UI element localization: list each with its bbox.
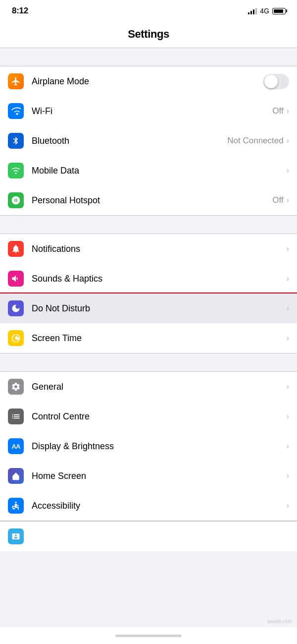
- row-do-not-disturb[interactable]: Do Not Disturb ›: [0, 293, 297, 323]
- partial-icon: [8, 528, 24, 544]
- status-bar: 8:12 4G: [0, 0, 297, 22]
- battery-icon: [272, 8, 287, 14]
- row-accessibility[interactable]: Accessibility ›: [0, 491, 297, 521]
- home-screen-icon: [8, 468, 24, 484]
- airplane-mode-toggle[interactable]: [263, 74, 289, 89]
- notifications-label: Notifications: [32, 244, 287, 254]
- section-partial: [0, 521, 297, 551]
- do-not-disturb-icon: [8, 300, 24, 316]
- row-general[interactable]: General ›: [0, 372, 297, 402]
- sounds-haptics-chevron: ›: [287, 274, 289, 283]
- control-centre-label: Control Centre: [32, 411, 287, 422]
- airplane-mode-icon: [8, 73, 24, 89]
- sounds-haptics-icon: [8, 271, 24, 287]
- notifications-chevron: ›: [287, 244, 289, 253]
- row-home-screen[interactable]: Home Screen ›: [0, 461, 297, 491]
- personal-hotspot-chevron: ›: [287, 196, 289, 205]
- wifi-value: Off: [272, 106, 283, 116]
- row-mobile-data[interactable]: Mobile Data ›: [0, 156, 297, 185]
- section-connectivity: Airplane Mode Wi-Fi Off › Bluetooth Not …: [0, 66, 297, 216]
- row-airplane-mode[interactable]: Airplane Mode: [0, 66, 297, 96]
- mobile-data-label: Mobile Data: [32, 166, 287, 176]
- status-icons: 4G: [248, 7, 287, 15]
- general-label: General: [32, 382, 287, 392]
- section-gap-1: [0, 48, 297, 66]
- wifi-label: Wi-Fi: [32, 106, 272, 117]
- accessibility-label: Accessibility: [32, 501, 287, 511]
- personal-hotspot-value: Off: [272, 195, 283, 205]
- home-indicator: [115, 635, 182, 637]
- mobile-data-chevron: ›: [287, 166, 289, 175]
- status-time: 8:12: [12, 6, 28, 16]
- bluetooth-label: Bluetooth: [32, 136, 227, 146]
- display-brightness-icon: AA: [8, 438, 24, 454]
- screen-time-icon: [8, 330, 24, 346]
- personal-hotspot-label: Personal Hotspot: [32, 195, 272, 206]
- home-screen-label: Home Screen: [32, 471, 287, 481]
- wifi-chevron: ›: [287, 107, 289, 116]
- page-title: Settings: [128, 28, 169, 40]
- row-notifications[interactable]: Notifications ›: [0, 234, 297, 264]
- general-chevron: ›: [287, 382, 289, 391]
- general-icon: [8, 379, 24, 395]
- screen-time-label: Screen Time: [32, 333, 287, 344]
- signal-bars-icon: [248, 7, 257, 14]
- wifi-icon: [8, 103, 24, 119]
- network-type: 4G: [260, 7, 269, 15]
- bluetooth-icon: [8, 133, 24, 149]
- display-brightness-label: Display & Brightness: [32, 441, 287, 452]
- personal-hotspot-icon: [8, 192, 24, 208]
- row-display-brightness[interactable]: AA Display & Brightness ›: [0, 431, 297, 461]
- home-screen-chevron: ›: [287, 471, 289, 480]
- row-personal-hotspot[interactable]: Personal Hotspot Off ›: [0, 185, 297, 215]
- row-screen-time[interactable]: Screen Time ›: [0, 323, 297, 353]
- control-centre-icon: [8, 409, 24, 424]
- row-partial[interactable]: [0, 522, 297, 551]
- section-general: General › Control Centre › AA Display & …: [0, 371, 297, 521]
- row-control-centre[interactable]: Control Centre ›: [0, 402, 297, 431]
- row-wifi[interactable]: Wi-Fi Off ›: [0, 96, 297, 126]
- screen-time-chevron: ›: [287, 334, 289, 343]
- accessibility-chevron: ›: [287, 501, 289, 510]
- sounds-haptics-label: Sounds & Haptics: [32, 274, 287, 284]
- do-not-disturb-chevron: ›: [287, 304, 289, 313]
- bluetooth-value: Not Connected: [227, 136, 283, 146]
- accessibility-icon: [8, 498, 24, 514]
- bluetooth-chevron: ›: [287, 136, 289, 145]
- airplane-mode-label: Airplane Mode: [32, 76, 263, 87]
- watermark: wsxdn.com: [267, 619, 292, 624]
- do-not-disturb-label: Do Not Disturb: [32, 303, 287, 314]
- home-indicator-area: [0, 627, 297, 644]
- section-gap-2: [0, 216, 297, 234]
- page-header: Settings: [0, 22, 297, 48]
- section-gap-3: [0, 353, 297, 371]
- control-centre-chevron: ›: [287, 412, 289, 421]
- notifications-icon: [8, 241, 24, 257]
- display-brightness-chevron: ›: [287, 442, 289, 451]
- svg-point-0: [15, 502, 16, 503]
- row-sounds-haptics[interactable]: Sounds & Haptics ›: [0, 264, 297, 293]
- row-bluetooth[interactable]: Bluetooth Not Connected ›: [0, 126, 297, 156]
- section-notifications: Notifications › Sounds & Haptics › Do No…: [0, 234, 297, 353]
- mobile-data-icon: [8, 163, 24, 178]
